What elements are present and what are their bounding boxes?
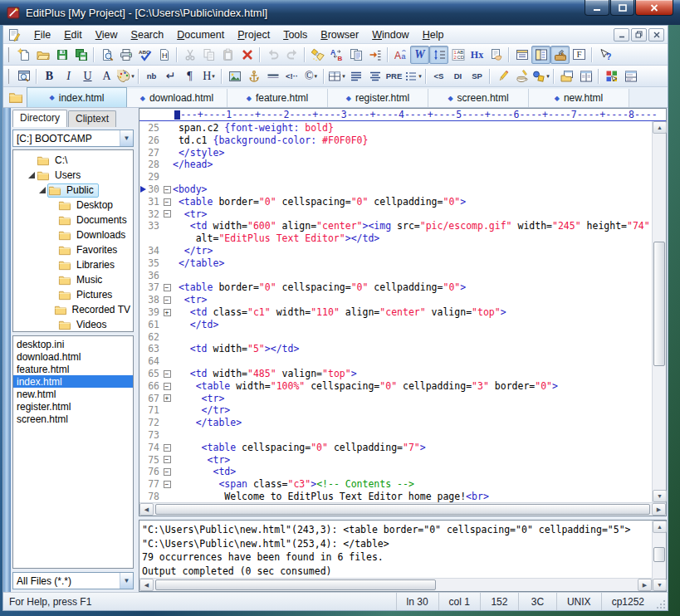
tree-item-libraries[interactable]: Libraries xyxy=(13,257,133,272)
font-button[interactable]: A xyxy=(97,67,116,86)
browse-folder-button[interactable] xyxy=(557,67,576,86)
title-bar[interactable]: EditPlus [My Project] - [C:\Users\Public… xyxy=(0,0,680,25)
mdi-close-button[interactable] xyxy=(648,28,664,42)
folder-tree[interactable]: C:\UsersPublicDesktopDocumentsDownloadsF… xyxy=(12,149,134,332)
menu-edit[interactable]: Edit xyxy=(57,27,89,42)
print-button[interactable] xyxy=(116,46,135,64)
file-feature.html[interactable]: feature.html xyxy=(13,363,133,375)
menu-help[interactable]: Help xyxy=(416,27,451,42)
mdi-restore-button[interactable] xyxy=(631,28,647,42)
tree-item-downloads[interactable]: Downloads xyxy=(13,227,133,242)
file-new.html[interactable]: new.html xyxy=(13,388,133,400)
menu-view[interactable]: View xyxy=(89,27,125,42)
tree-item-favorites[interactable]: Favorites xyxy=(13,242,133,257)
file-download.html[interactable]: download.html xyxy=(13,350,133,363)
scroll-down-arrow[interactable]: ▼ xyxy=(653,490,667,502)
cliptext-list-button[interactable] xyxy=(512,67,531,86)
maximize-button[interactable] xyxy=(610,0,634,16)
save-all-button[interactable] xyxy=(71,46,91,64)
file-register.html[interactable]: register.html xyxy=(13,400,133,413)
scroll-track[interactable] xyxy=(154,579,638,591)
align-center-button[interactable] xyxy=(365,67,384,86)
browser-preview-button[interactable] xyxy=(14,67,33,86)
bold-button[interactable]: B xyxy=(40,67,59,86)
combo-arrow-icon[interactable]: ▼ xyxy=(120,573,133,589)
scroll-up-arrow[interactable]: ▲ xyxy=(653,521,667,533)
word-wrap-button[interactable]: W xyxy=(410,46,429,64)
scroll-track[interactable] xyxy=(154,503,652,516)
fold-marker-icon[interactable]: − xyxy=(161,294,173,306)
underline-button[interactable]: U xyxy=(78,67,97,86)
menu-tools[interactable]: Tools xyxy=(276,27,314,42)
line-spacing-button[interactable] xyxy=(429,46,448,64)
anchor-button[interactable] xyxy=(244,67,263,86)
file-list[interactable]: desktop.inidownload.htmlfeature.htmlinde… xyxy=(12,335,134,569)
fold-marker-icon[interactable]: − xyxy=(161,442,173,454)
scroll-thumb[interactable] xyxy=(155,579,436,590)
special-character-button[interactable]: ©▾ xyxy=(301,67,320,86)
save-button[interactable] xyxy=(52,46,71,64)
tab-index.html[interactable]: ◆index.html xyxy=(27,87,127,107)
panel-gripper[interactable] xyxy=(3,108,11,592)
comment-button[interactable]: <!·· xyxy=(282,67,301,86)
edit-cliptext-button[interactable] xyxy=(493,67,512,86)
fold-marker-icon[interactable]: − xyxy=(161,183,173,196)
open-button[interactable] xyxy=(33,46,52,64)
menu-browser[interactable]: Browser xyxy=(314,27,365,42)
scroll-track[interactable] xyxy=(653,533,666,579)
goto-line-button[interactable] xyxy=(365,46,384,64)
fold-marker-icon[interactable]: − xyxy=(161,368,173,380)
menu-project[interactable]: Project xyxy=(231,27,276,42)
scroll-thumb[interactable] xyxy=(653,242,665,366)
toggle-cliptext-window-button[interactable] xyxy=(550,46,570,64)
tree-item-recorded-tv[interactable]: Recorded TV xyxy=(13,302,133,317)
horizontal-rule-button[interactable] xyxy=(263,67,282,86)
insert-image-button[interactable] xyxy=(225,67,244,86)
italic-button[interactable]: I xyxy=(59,67,78,86)
new-html-page-button[interactable]: H xyxy=(154,46,174,64)
scroll-track[interactable] xyxy=(653,134,666,490)
fold-marker-icon[interactable]: − xyxy=(161,208,173,221)
hex-viewer-button[interactable]: Hx xyxy=(467,46,487,64)
div-tag-button[interactable]: DI xyxy=(448,67,467,86)
print-preview-button[interactable] xyxy=(97,46,116,64)
scroll-down-arrow[interactable]: ▼ xyxy=(653,579,667,591)
sidebar-tab-directory[interactable]: Directory xyxy=(12,110,67,127)
spell-check-button[interactable]: ABC xyxy=(135,46,154,64)
file-index.html[interactable]: index.html xyxy=(13,375,133,388)
arrange-window-button[interactable] xyxy=(576,67,595,86)
preformatted-button[interactable]: PRE xyxy=(384,67,404,86)
column-select-button[interactable]: 1AB2CD xyxy=(448,46,467,64)
document-properties-button[interactable] xyxy=(487,46,506,64)
output-window[interactable]: "C:\Users\Public\new.html"(243,3): <tabl… xyxy=(139,520,667,592)
fold-marker-icon[interactable]: − xyxy=(161,454,173,467)
fold-marker-icon[interactable]: − xyxy=(161,196,173,208)
scroll-thumb[interactable] xyxy=(653,547,665,562)
expand-arrow-icon[interactable] xyxy=(37,187,47,193)
span-tag-button[interactable]: SP xyxy=(467,67,487,86)
tree-item-music[interactable]: Music xyxy=(13,272,133,287)
tree-item-documents[interactable]: Documents xyxy=(13,213,133,227)
tree-item-c-[interactable]: C:\ xyxy=(13,153,133,168)
find-in-files-button[interactable] xyxy=(346,46,365,64)
scroll-left-arrow[interactable]: ◀ xyxy=(139,579,154,591)
file-filter-combo[interactable]: All Files (*.*) ▼ xyxy=(12,572,134,589)
non-breaking-space-button[interactable]: nb xyxy=(142,67,161,86)
line-break-button[interactable]: ↵ xyxy=(161,67,180,86)
toggle-output-window-button[interactable] xyxy=(512,46,531,64)
fold-marker-icon[interactable]: − xyxy=(161,281,173,294)
tab-feature.html[interactable]: ◆feature.html xyxy=(227,89,328,107)
fold-marker-icon[interactable]: − xyxy=(161,478,173,491)
menu-window[interactable]: Window xyxy=(365,27,415,42)
new-document-button[interactable] xyxy=(14,46,33,64)
menu-search[interactable]: Search xyxy=(125,27,171,42)
split-window-button[interactable] xyxy=(621,67,640,86)
close-button[interactable] xyxy=(635,0,673,16)
scroll-thumb[interactable] xyxy=(155,504,650,515)
fold-marker-icon[interactable]: − xyxy=(161,466,173,478)
sidebar-tab-cliptext[interactable]: Cliptext xyxy=(68,110,116,127)
toolbar-gripper[interactable] xyxy=(7,69,11,84)
tab-register.html[interactable]: ◆register.html xyxy=(328,89,428,107)
text-color-button[interactable]: ▾ xyxy=(116,67,135,86)
menu-document[interactable]: Document xyxy=(170,27,231,42)
